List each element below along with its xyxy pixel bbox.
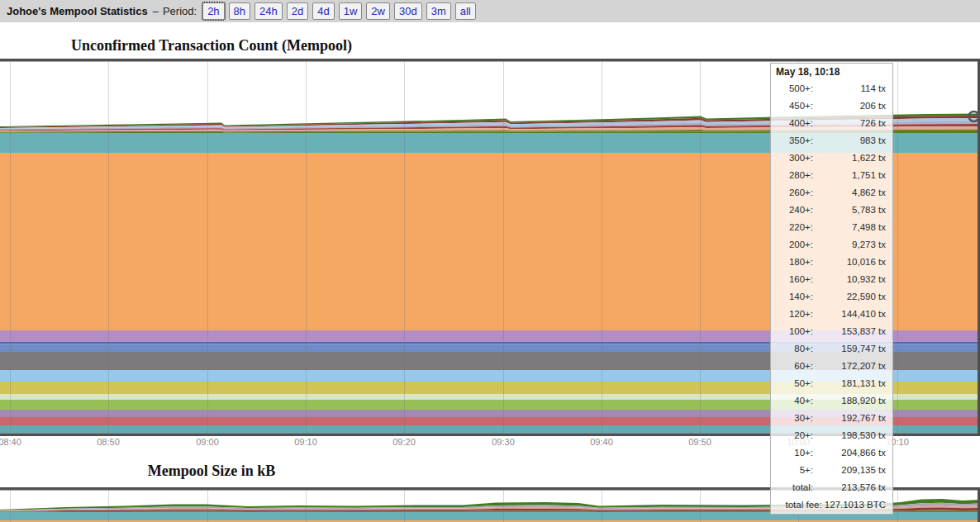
- tooltip-row: 400+:726 tx: [771, 115, 892, 132]
- tooltip-row: 50+:181,131 tx: [771, 375, 892, 392]
- title-separator: –: [153, 5, 159, 17]
- period-button-all[interactable]: all: [455, 2, 476, 20]
- tooltip-row: 500+:114 tx: [771, 80, 892, 97]
- tooltip-row-label: 350+:: [771, 132, 813, 149]
- tooltip-row: 60+:172,207 tx: [771, 358, 892, 375]
- tooltip-row: 260+:4,862 tx: [771, 184, 892, 202]
- tooltip-row-label: 120+:: [771, 306, 813, 323]
- tooltip-row-label: 280+:: [771, 167, 813, 184]
- period-button-2h[interactable]: 2h: [202, 2, 224, 20]
- app-title: Johoe's Mempool Statistics: [7, 5, 148, 17]
- tooltip-row-label: 50+:: [771, 375, 813, 392]
- tooltip-row-value: 983 tx: [813, 132, 892, 149]
- tooltip-row: 350+:983 tx: [771, 132, 892, 149]
- tooltip-row-label: 20+:: [771, 427, 813, 444]
- x-axis-label: 09:20: [379, 437, 429, 447]
- tooltip-row-label: 220+:: [771, 219, 813, 236]
- tooltip-row-label: 400+:: [771, 115, 813, 132]
- x-axis-label: 09:10: [281, 437, 331, 447]
- tooltip-row-value: 1,622 tx: [813, 149, 892, 167]
- tooltip-row-label: 80+:: [771, 340, 813, 358]
- tooltip-row: 100+:153,837 tx: [771, 323, 892, 340]
- period-button-2d[interactable]: 2d: [287, 2, 308, 20]
- tooltip-row: 220+:7,498 tx: [771, 219, 892, 236]
- tooltip-date: May 18, 10:18: [771, 64, 892, 80]
- tooltip-row-value: 206 tx: [813, 97, 892, 115]
- x-axis-label: 09:30: [478, 437, 528, 447]
- tooltip-row: 140+:22,590 tx: [771, 288, 892, 306]
- tooltip-row-label: 60+:: [771, 358, 813, 375]
- tooltip-row-value: 9,273 tx: [813, 236, 892, 254]
- tooltip-row-value: 726 tx: [813, 115, 892, 132]
- tooltip-row-value: 10,016 tx: [813, 254, 892, 271]
- x-axis-label: 08:50: [83, 437, 133, 447]
- chart2-title: Mempool Size in kB: [0, 463, 423, 480]
- tooltip-row-label: 5+:: [771, 462, 813, 479]
- tooltip-row-label: 500+:: [771, 80, 813, 97]
- tooltip-row: 40+:188,920 tx: [771, 392, 892, 410]
- tooltip-row: 80+:159,747 tx: [771, 340, 892, 358]
- chart-border: [0, 59, 980, 62]
- tooltip-row-label: 10+:: [771, 444, 813, 462]
- tooltip-row: 160+:10,932 tx: [771, 271, 892, 288]
- tooltip-row-value: 4,862 tx: [813, 184, 892, 202]
- period-button-2w[interactable]: 2w: [366, 2, 390, 20]
- tooltip-row-value: 22,590 tx: [813, 288, 892, 306]
- tooltip-row-value: 1,751 tx: [813, 167, 892, 184]
- tooltip-row: 5+:209,135 tx: [771, 462, 892, 479]
- tooltip-row-value: 144,410 tx: [813, 306, 892, 323]
- tooltip-row-value: 192,767 tx: [813, 410, 892, 427]
- tooltip-rows: 500+:114 tx450+:206 tx400+:726 tx350+:98…: [771, 80, 892, 496]
- period-button-30d[interactable]: 30d: [394, 2, 422, 20]
- tooltip-row-label: 140+:: [771, 288, 813, 306]
- tooltip-row-value: 159,747 tx: [813, 340, 892, 358]
- period-button-4d[interactable]: 4d: [312, 2, 334, 20]
- tooltip-row: 10+:204,866 tx: [771, 444, 892, 462]
- period-button-group: 2h8h24h2d4d1w2w30d3mall: [202, 2, 480, 20]
- tooltip-row-value: 10,932 tx: [813, 271, 892, 288]
- tooltip-row: 240+:5,783 tx: [771, 202, 892, 219]
- tooltip-row-label: 40+:: [771, 392, 813, 410]
- tooltip-row-label: total:: [771, 479, 813, 496]
- tooltip-row-value: 198,530 tx: [813, 427, 892, 444]
- tooltip-row-label: 240+:: [771, 202, 813, 219]
- tooltip-row: 200+:9,273 tx: [771, 236, 892, 254]
- tooltip-row-label: 260+:: [771, 184, 813, 202]
- tooltip-row-value: 181,131 tx: [813, 375, 892, 392]
- chart1-title: Unconfirmed Transaction Count (Mempool): [0, 37, 423, 55]
- tooltip-row-label: 160+:: [771, 271, 813, 288]
- tooltip-row-label: 200+:: [771, 236, 813, 254]
- tooltip-row-label: 450+:: [771, 97, 813, 115]
- tooltip-row-label: 30+:: [771, 410, 813, 427]
- tooltip-row: total:213,576 tx: [771, 479, 892, 496]
- header-bar: Johoe's Mempool Statistics – Period: 2h8…: [0, 0, 980, 22]
- x-axis-label: 09:40: [577, 437, 626, 447]
- period-button-3m[interactable]: 3m: [426, 2, 451, 20]
- tooltip-row-value: 213,576 tx: [813, 479, 892, 496]
- tooltip-row: 450+:206 tx: [771, 97, 892, 115]
- tooltip-row: 280+:1,751 tx: [771, 167, 892, 184]
- tooltip-row-value: 209,135 tx: [813, 462, 892, 479]
- tooltip-row-value: 188,920 tx: [813, 392, 892, 410]
- period-label: Period:: [163, 5, 197, 17]
- page: Johoe's Mempool Statistics – Period: 2h8…: [0, 0, 980, 522]
- tooltip-row-label: 300+:: [771, 149, 813, 167]
- period-button-8h[interactable]: 8h: [229, 2, 250, 20]
- tooltip-row: 300+:1,622 tx: [771, 149, 892, 167]
- tooltip-row: 20+:198,530 tx: [771, 427, 892, 444]
- tooltip-row-value: 7,498 tx: [813, 219, 892, 236]
- x-axis-label: 08:40: [0, 437, 35, 447]
- tooltip-row-label: 100+:: [771, 323, 813, 340]
- tooltip-row-value: 114 tx: [813, 80, 892, 97]
- chart-tooltip: May 18, 10:18 500+:114 tx450+:206 tx400+…: [770, 63, 893, 515]
- x-axis-label: 09:50: [675, 437, 725, 447]
- tooltip-row: 180+:10,016 tx: [771, 254, 892, 271]
- tooltip-row: 30+:192,767 tx: [771, 410, 892, 427]
- tooltip-row-value: 5,783 tx: [813, 202, 892, 219]
- tooltip-row-value: 153,837 tx: [813, 323, 892, 340]
- x-axis-label: 09:00: [183, 437, 232, 447]
- tooltip-total-fee: total fee: 127.1013 BTC: [771, 496, 892, 514]
- tooltip-row-value: 204,866 tx: [813, 444, 892, 462]
- period-button-1w[interactable]: 1w: [339, 2, 363, 20]
- period-button-24h[interactable]: 24h: [255, 2, 283, 20]
